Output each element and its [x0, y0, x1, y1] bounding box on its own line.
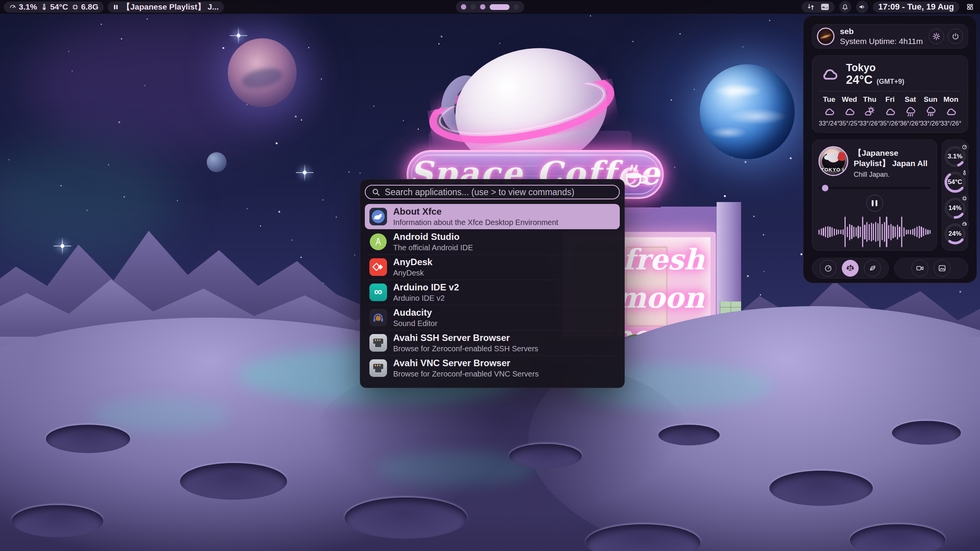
app-desc: Sound Editor	[393, 319, 438, 328]
star-sparkle	[61, 245, 64, 247]
cloud-icon	[823, 106, 836, 117]
app-name: Arduino IDE v2	[393, 282, 459, 293]
clock: 17:09 - Tue, 19 Aug	[878, 2, 954, 12]
seek-thumb[interactable]	[822, 185, 828, 191]
app-row-audacity[interactable]: Audacity Sound Editor	[365, 305, 620, 330]
forecast-day: Sat 36°/26°	[900, 95, 920, 127]
app-desc: Information about the Xfce Desktop Envir…	[393, 218, 558, 227]
clock-pill[interactable]: 17:09 - Tue, 19 Aug	[873, 2, 959, 13]
small-moon	[207, 152, 227, 172]
settings-gear-icon	[932, 32, 941, 41]
search-bar[interactable]	[365, 185, 620, 199]
chip-icon	[960, 194, 969, 203]
app-launcher-panel: About Xfce Information about the Xfce De…	[360, 179, 625, 388]
cpu-gauge: 3.1%	[943, 145, 967, 168]
leaf-icon	[869, 264, 877, 272]
search-input[interactable]	[385, 187, 613, 197]
seek-bar[interactable]	[818, 185, 931, 191]
disk-gauge: 24%	[943, 222, 967, 246]
app-row-arduino[interactable]: ∞ Arduino IDE v2 Arduino IDE v2	[365, 280, 620, 305]
settings-button[interactable]	[929, 29, 944, 44]
volume-button[interactable]	[856, 1, 868, 13]
app-row-avahi-ssh[interactable]: Avahi SSH Server Browser Browse for Zero…	[365, 330, 620, 355]
crater	[769, 471, 873, 506]
weather-timezone: (GMT+9)	[877, 78, 905, 85]
image-icon[interactable]	[821, 3, 829, 11]
sun-cloud-icon	[863, 106, 876, 117]
app-row-android-studio[interactable]: Android Studio The official Android IDE	[365, 229, 620, 254]
android-studio-icon	[369, 233, 387, 251]
coffee-cup-icon	[621, 159, 649, 192]
volume-icon	[858, 3, 866, 11]
crater	[509, 444, 582, 468]
workspace-dot-2[interactable]	[470, 4, 476, 10]
arduino-infinity-icon: ∞	[369, 284, 387, 301]
crater	[46, 425, 130, 453]
thermometer-icon	[960, 168, 969, 177]
username: seb	[840, 27, 923, 36]
system-stats-pill[interactable]: 3.1% 54°C 6.8G	[4, 2, 104, 13]
top-panel: 3.1% 54°C 6.8G 【Japanese Playlist】 J...	[0, 0, 980, 14]
memory-gauge: 14%	[943, 196, 967, 220]
app-row-avahi-vnc[interactable]: Avahi VNC Server Browser Browse for Zero…	[365, 355, 620, 381]
video-camera-icon	[916, 264, 924, 272]
notifications-button[interactable]	[839, 1, 851, 13]
app-grid-button[interactable]	[964, 1, 976, 13]
workspace-dot-5[interactable]	[514, 4, 519, 10]
forecast-day: Wed 35°/25°	[840, 95, 859, 127]
wallpaper-button[interactable]	[934, 260, 951, 277]
app-name: AnyDesk	[393, 257, 433, 267]
weather-forecast: Tue 33°/24° Wed 35°/25° Thu 33°/26° Fri	[819, 95, 961, 127]
desktop: fresh moon beans Space Coffee	[0, 0, 980, 551]
cloud-icon	[944, 106, 957, 117]
temperature-gauge: 54°C	[943, 170, 967, 194]
app-desc: AnyDesk	[393, 269, 433, 277]
speedometer-icon	[824, 264, 832, 272]
purple-planet	[228, 38, 297, 107]
forecast-day: Tue 33°/24°	[819, 95, 839, 127]
star-sparkle	[304, 171, 306, 174]
app-row-anydesk[interactable]: AnyDesk AnyDesk	[365, 254, 620, 280]
performance-profile-button[interactable]	[820, 260, 836, 277]
workspace-dot-1[interactable]	[461, 4, 466, 10]
app-desc: Arduino IDE v2	[393, 294, 459, 303]
album-art-label: TOKYO L	[820, 167, 847, 173]
track-subtitle: Chill Japan.	[854, 171, 931, 179]
temperature-stat: 54°C	[41, 2, 68, 11]
audacity-headphones-icon	[369, 309, 387, 326]
storm-icon	[924, 106, 937, 117]
power-button[interactable]	[948, 29, 963, 44]
power-saver-profile-button[interactable]	[864, 260, 881, 277]
cloud-icon	[843, 106, 856, 117]
app-name: Audacity	[393, 307, 438, 318]
user-card: seb System Uptime: 4h11m	[812, 24, 968, 49]
workspace-switcher[interactable]	[456, 1, 524, 13]
ethernet-port-icon	[369, 334, 387, 352]
anydesk-icon	[369, 258, 387, 276]
system-uptime: System Uptime: 4h11m	[840, 37, 923, 46]
tray-pill	[802, 2, 835, 13]
screen-record-button[interactable]	[911, 260, 928, 277]
app-desc: The official Android IDE	[393, 243, 473, 252]
utilities-card	[894, 258, 968, 279]
search-icon	[372, 188, 380, 196]
forecast-day: Thu 33°/26°	[860, 95, 880, 127]
weather-card: Tokyo 24°C (GMT+9) Tue 33°/24° Wed	[812, 55, 968, 133]
speedometer-icon	[9, 3, 16, 11]
weather-city: Tokyo	[846, 62, 904, 73]
workspace-active-pill[interactable]	[490, 4, 510, 10]
speedometer-icon	[960, 142, 969, 152]
pause-button[interactable]	[866, 195, 883, 212]
app-row-about-xfce[interactable]: About Xfce Information about the Xfce De…	[365, 204, 620, 229]
media-pill[interactable]: 【Japanese Playlist】 J...	[108, 2, 224, 13]
app-results-list: About Xfce Information about the Xfce De…	[365, 204, 620, 381]
memory-stat: 6.8G	[72, 2, 99, 11]
crater	[11, 505, 103, 537]
power-icon	[952, 33, 959, 40]
balanced-profile-button[interactable]	[842, 260, 859, 277]
network-icon[interactable]	[807, 3, 815, 11]
weather-cloud-icon	[819, 64, 840, 85]
thermometer-icon	[41, 3, 48, 11]
forecast-day: Sun 33°/26°	[921, 95, 941, 127]
workspace-dot-3[interactable]	[480, 4, 485, 10]
